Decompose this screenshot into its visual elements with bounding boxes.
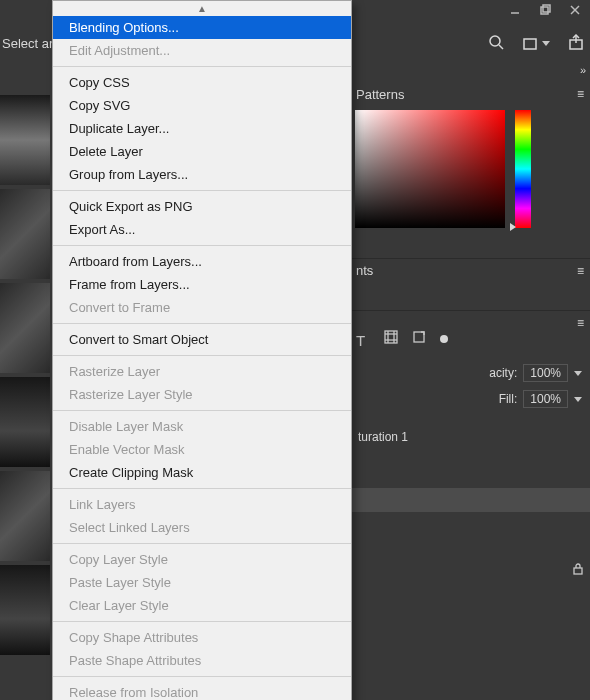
scroll-up-icon[interactable]: ▲ [53, 1, 351, 16]
menu-separator [53, 676, 351, 677]
layer-name: turation 1 [358, 430, 408, 444]
menu-item[interactable]: Blending Options... [53, 16, 351, 39]
chevron-down-icon[interactable] [574, 371, 582, 376]
menu-separator [53, 245, 351, 246]
thumbnail[interactable] [0, 95, 50, 185]
menu-item: Paste Layer Style [53, 571, 351, 594]
panel-menu-icon[interactable]: ≡ [577, 264, 584, 278]
svg-rect-10 [385, 331, 397, 343]
menu-item: Edit Adjustment... [53, 39, 351, 62]
menu-item: Clear Layer Style [53, 594, 351, 617]
artboard-icon[interactable] [412, 330, 426, 347]
thumbnail[interactable] [0, 471, 50, 561]
menu-item: Rasterize Layer [53, 360, 351, 383]
panel-menu-icon[interactable]: ≡ [577, 316, 584, 330]
search-icon[interactable] [488, 34, 504, 53]
menu-separator [53, 66, 351, 67]
text-icon[interactable]: T [356, 332, 370, 346]
thumbnail[interactable] [0, 189, 50, 279]
menu-separator [53, 190, 351, 191]
menu-separator [53, 621, 351, 622]
panel-overflow-icon[interactable]: » [580, 64, 586, 76]
svg-point-5 [490, 36, 500, 46]
layer-lock-tools: T [356, 330, 448, 347]
filter-dot-icon[interactable] [440, 335, 448, 343]
opacity-value[interactable]: 100% [523, 364, 568, 382]
menu-item: Link Layers [53, 493, 351, 516]
menu-item[interactable]: Create Clipping Mask [53, 461, 351, 484]
history-thumbnails [0, 95, 50, 655]
menu-item[interactable]: Quick Export as PNG [53, 195, 351, 218]
menu-separator [53, 410, 351, 411]
menu-item[interactable]: Convert to Smart Object [53, 328, 351, 351]
hue-slider[interactable] [515, 110, 531, 228]
tab-fragment[interactable]: nts [356, 263, 373, 278]
frame-icon[interactable] [384, 330, 398, 347]
minimize-button[interactable] [500, 0, 530, 20]
menu-item[interactable]: Delete Layer [53, 140, 351, 163]
menu-separator [53, 323, 351, 324]
svg-rect-7 [524, 39, 536, 49]
panel-menu-icon[interactable]: ≡ [577, 87, 584, 101]
menu-separator [53, 488, 351, 489]
svg-line-6 [499, 45, 503, 49]
menu-item[interactable]: Artboard from Layers... [53, 250, 351, 273]
svg-rect-16 [574, 568, 582, 574]
fill-label: Fill: [499, 392, 518, 406]
layer-selection-bar[interactable] [350, 488, 590, 512]
tab-patterns[interactable]: Patterns [356, 87, 404, 102]
chevron-down-icon[interactable] [574, 397, 582, 402]
menu-item: Copy Layer Style [53, 548, 351, 571]
menu-item: Enable Vector Mask [53, 438, 351, 461]
thumbnail[interactable] [0, 377, 50, 467]
menu-item: Paste Shape Attributes [53, 649, 351, 672]
menu-item[interactable]: Frame from Layers... [53, 273, 351, 296]
color-field[interactable] [355, 110, 505, 228]
menu-separator [53, 355, 351, 356]
menu-separator [53, 543, 351, 544]
menu-item: Select Linked Layers [53, 516, 351, 539]
menu-item[interactable]: Group from Layers... [53, 163, 351, 186]
layer-context-menu: ▲ Blending Options...Edit Adjustment...C… [52, 0, 352, 700]
hue-pointer-icon[interactable] [510, 223, 516, 231]
layer-item[interactable]: turation 1 [350, 424, 590, 450]
menu-item[interactable]: Duplicate Layer... [53, 117, 351, 140]
restore-button[interactable] [530, 0, 560, 20]
menu-item: Convert to Frame [53, 296, 351, 319]
svg-rect-1 [541, 7, 548, 14]
thumbnail[interactable] [0, 565, 50, 655]
svg-rect-15 [414, 332, 424, 342]
menu-item: Disable Layer Mask [53, 415, 351, 438]
svg-rect-2 [543, 5, 550, 12]
menu-item[interactable]: Export As... [53, 218, 351, 241]
menu-item: Copy Shape Attributes [53, 626, 351, 649]
thumbnail[interactable] [0, 283, 50, 373]
screen-mode-icon[interactable] [522, 36, 550, 52]
opacity-label: acity: [489, 366, 517, 380]
menu-item: Rasterize Layer Style [53, 383, 351, 406]
close-button[interactable] [560, 0, 590, 20]
fill-value[interactable]: 100% [523, 390, 568, 408]
menu-item: Release from Isolation [53, 681, 351, 700]
menu-item[interactable]: Copy CSS [53, 71, 351, 94]
color-picker[interactable] [355, 110, 545, 230]
lock-icon[interactable] [572, 563, 584, 578]
menu-item[interactable]: Copy SVG [53, 94, 351, 117]
share-icon[interactable] [568, 34, 584, 53]
